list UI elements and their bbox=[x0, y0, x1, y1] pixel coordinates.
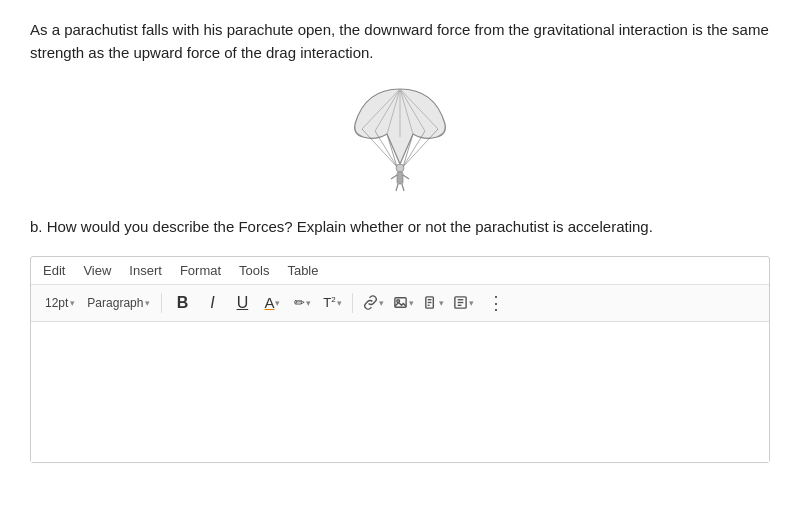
parachute-image bbox=[30, 79, 770, 199]
svg-point-13 bbox=[396, 164, 404, 172]
svg-rect-14 bbox=[397, 172, 403, 184]
question-paragraph: b. How would you describe the Forces? Ex… bbox=[30, 215, 770, 238]
separator-1 bbox=[161, 293, 162, 313]
link-icon bbox=[363, 295, 378, 310]
image-button[interactable]: ▾ bbox=[390, 290, 416, 316]
menu-tools[interactable]: Tools bbox=[239, 263, 269, 278]
paragraph-style-selector[interactable]: Paragraph ▾ bbox=[83, 294, 154, 312]
highlight-button[interactable]: ✏ ▾ bbox=[289, 290, 315, 316]
doc-button[interactable]: ▾ bbox=[450, 290, 476, 316]
editor-menubar: Edit View Insert Format Tools Table bbox=[31, 257, 769, 285]
clip-icon bbox=[423, 295, 438, 310]
editor-toolbar: 12pt ▾ Paragraph ▾ B I U A bbox=[31, 285, 769, 322]
intro-paragraph: As a parachutist falls with his parachut… bbox=[30, 18, 770, 65]
paragraph-chevron: ▾ bbox=[145, 298, 150, 308]
doc-chevron: ▾ bbox=[469, 298, 474, 308]
editor-body[interactable] bbox=[31, 322, 769, 462]
svg-line-15 bbox=[391, 175, 397, 179]
underline-button[interactable]: U bbox=[229, 290, 255, 316]
highlight-chevron: ▾ bbox=[306, 298, 311, 308]
font-size-chevron: ▾ bbox=[70, 298, 75, 308]
text-editor: Edit View Insert Format Tools Table 12pt… bbox=[30, 256, 770, 463]
image-chevron: ▾ bbox=[409, 298, 414, 308]
svg-line-16 bbox=[403, 175, 409, 179]
menu-view[interactable]: View bbox=[83, 263, 111, 278]
italic-button[interactable]: I bbox=[199, 290, 225, 316]
menu-insert[interactable]: Insert bbox=[129, 263, 162, 278]
superscript-chevron: ▾ bbox=[337, 298, 342, 308]
clip-chevron: ▾ bbox=[439, 298, 444, 308]
main-content: As a parachutist falls with his parachut… bbox=[0, 0, 800, 473]
doc-icon bbox=[453, 295, 468, 310]
menu-edit[interactable]: Edit bbox=[43, 263, 65, 278]
separator-2 bbox=[352, 293, 353, 313]
more-options-button[interactable]: ⋮ bbox=[482, 290, 510, 316]
superscript-button[interactable]: T2 ▾ bbox=[319, 290, 345, 316]
link-button[interactable]: ▾ bbox=[360, 290, 386, 316]
menu-table[interactable]: Table bbox=[287, 263, 318, 278]
link-chevron: ▾ bbox=[379, 298, 384, 308]
font-size-selector[interactable]: 12pt ▾ bbox=[41, 294, 79, 312]
menu-format[interactable]: Format bbox=[180, 263, 221, 278]
svg-line-17 bbox=[396, 184, 398, 191]
bold-button[interactable]: B bbox=[169, 290, 195, 316]
svg-rect-19 bbox=[395, 298, 406, 307]
image-icon bbox=[393, 295, 408, 310]
clip-button[interactable]: ▾ bbox=[420, 290, 446, 316]
font-color-chevron: ▾ bbox=[275, 298, 280, 308]
svg-line-18 bbox=[402, 184, 404, 191]
font-color-button[interactable]: A ▾ bbox=[259, 290, 285, 316]
